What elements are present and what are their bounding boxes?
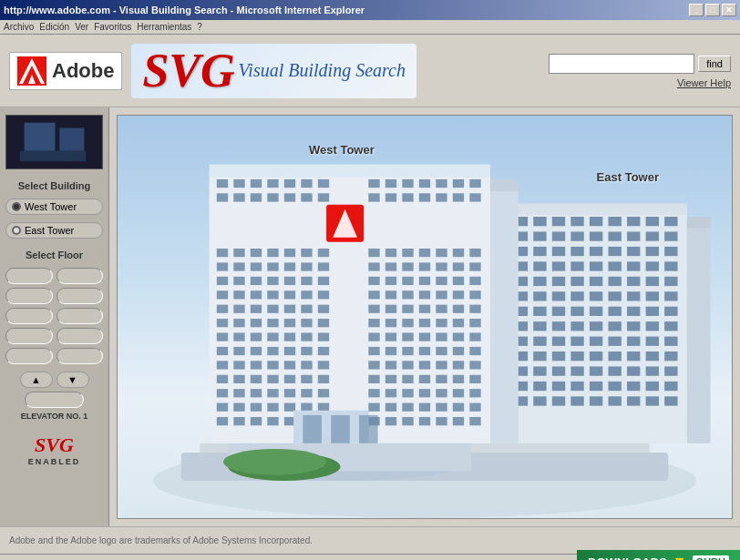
svg-rect-142	[552, 396, 565, 405]
menu-favorites[interactable]: Favoritos	[94, 22, 131, 32]
svg-rect-40	[664, 217, 677, 226]
svg-rect-165	[233, 179, 244, 188]
svg-rect-294	[284, 347, 295, 355]
elevator-down-btn[interactable]: ▼	[57, 372, 89, 388]
svg-rect-319	[233, 375, 244, 383]
svg-rect-159	[490, 186, 519, 443]
menu-help[interactable]: ?	[197, 22, 202, 32]
floor-btn-3[interactable]	[5, 288, 53, 304]
floor-btn-5[interactable]	[5, 308, 53, 324]
svg-rect-270	[385, 319, 396, 327]
svg-rect-315	[436, 361, 447, 369]
svg-rect-274	[453, 319, 464, 327]
svg-rect-355	[402, 403, 413, 412]
floor-btn-2[interactable]	[57, 268, 104, 284]
svg-rect-232	[453, 277, 464, 285]
find-button[interactable]: find	[698, 56, 731, 72]
svg-rect-124	[552, 366, 565, 375]
svg-rect-222	[251, 277, 262, 285]
svg-rect-278	[251, 332, 262, 341]
floor-btn-8[interactable]	[57, 328, 104, 344]
menu-edit[interactable]: Edición	[39, 22, 69, 32]
floor-btn-4[interactable]	[57, 288, 104, 304]
close-btn[interactable]: ✕	[722, 4, 736, 16]
svg-rect-223	[267, 277, 278, 285]
svg-rect-360	[217, 417, 228, 425]
menu-tools[interactable]: Herramientas	[137, 22, 191, 32]
svg-rect-53	[570, 247, 583, 256]
mini-map	[5, 115, 103, 169]
svg-rect-209	[267, 262, 278, 270]
adobe-text: Adobe	[52, 59, 114, 83]
svg-rect-148	[664, 396, 677, 405]
menu-file[interactable]: Archivo	[4, 22, 34, 32]
svg-rect-263	[233, 319, 244, 327]
svg-rect-65	[627, 261, 640, 270]
svg-rect-317	[469, 361, 480, 369]
svg-rect-205	[469, 249, 480, 257]
trademark-text: Adobe and the Adobe logo are trademarks …	[9, 535, 313, 545]
elevator-up-btn[interactable]: ▲	[20, 372, 53, 388]
svg-rect-215	[402, 262, 413, 270]
svg-rect-214	[385, 262, 396, 270]
svg-rect-251	[267, 305, 278, 313]
menu-view[interactable]: Ver	[75, 22, 88, 32]
svg-rect-61	[552, 261, 565, 270]
svg-rect-204	[453, 249, 464, 257]
elevator-center-btn[interactable]	[25, 392, 83, 408]
svg-rect-230	[419, 277, 430, 285]
svg-rect-353	[368, 403, 379, 412]
svg-rect-225	[301, 277, 312, 285]
svg-rect-114	[533, 351, 546, 361]
floor-btn-7[interactable]	[5, 328, 53, 344]
west-tower-radio[interactable]: West Tower	[5, 199, 103, 215]
svg-rect-337	[301, 389, 312, 397]
floor-btn-1[interactable]	[5, 268, 53, 284]
svg-rect-287	[436, 332, 447, 341]
floor-btn-9[interactable]	[5, 348, 53, 364]
svg-rect-332	[217, 389, 228, 397]
floor-btn-6[interactable]	[57, 308, 104, 324]
svg-rect-130	[664, 366, 677, 375]
svg-rect-206	[217, 262, 228, 270]
svg-rect-305	[233, 361, 244, 369]
search-input[interactable]	[549, 54, 694, 74]
svg-rect-92	[627, 307, 640, 316]
east-tower-radio[interactable]: East Tower	[5, 222, 103, 239]
svg-rect-362	[251, 417, 262, 425]
svg-rect-143	[570, 396, 583, 405]
title-bar-buttons[interactable]: _ □ ✕	[689, 4, 736, 16]
svg-rect-161	[490, 179, 519, 191]
svg-rect-339	[368, 389, 379, 397]
maximize-btn[interactable]: □	[705, 4, 720, 16]
svg-rect-316	[453, 361, 464, 369]
minimize-btn[interactable]: _	[689, 4, 704, 16]
svg-rect-82	[608, 291, 621, 300]
svg-rect-35	[570, 217, 583, 226]
svg-rect-146	[627, 396, 640, 405]
svg-rect-314	[419, 361, 430, 369]
svg-rect-42	[533, 231, 546, 240]
building-illustration	[118, 116, 732, 518]
svg-rect-371	[436, 417, 447, 425]
svg-rect-260	[453, 305, 464, 313]
svg-rect-187	[402, 193, 413, 201]
svg-rect-372	[453, 417, 464, 425]
svg-rect-281	[301, 332, 312, 341]
svg-rect-210	[284, 262, 295, 270]
svg-rect-330	[453, 375, 464, 383]
svg-rect-78	[533, 291, 546, 300]
viewer-help-link[interactable]: Viewer Help	[677, 77, 731, 88]
floor-btn-10[interactable]	[57, 348, 104, 364]
svg-rect-276	[217, 332, 228, 341]
svg-rect-348	[251, 403, 262, 412]
svg-rect-198	[318, 249, 329, 257]
svg-rect-217	[436, 262, 447, 270]
svg-rect-194	[251, 249, 262, 257]
svg-rect-180	[251, 193, 262, 201]
svg-rect-347	[233, 403, 244, 412]
svg-rect-235	[233, 290, 244, 299]
svg-rect-279	[267, 332, 278, 341]
svg-rect-238	[284, 290, 295, 299]
svg-rect-51	[533, 247, 546, 256]
